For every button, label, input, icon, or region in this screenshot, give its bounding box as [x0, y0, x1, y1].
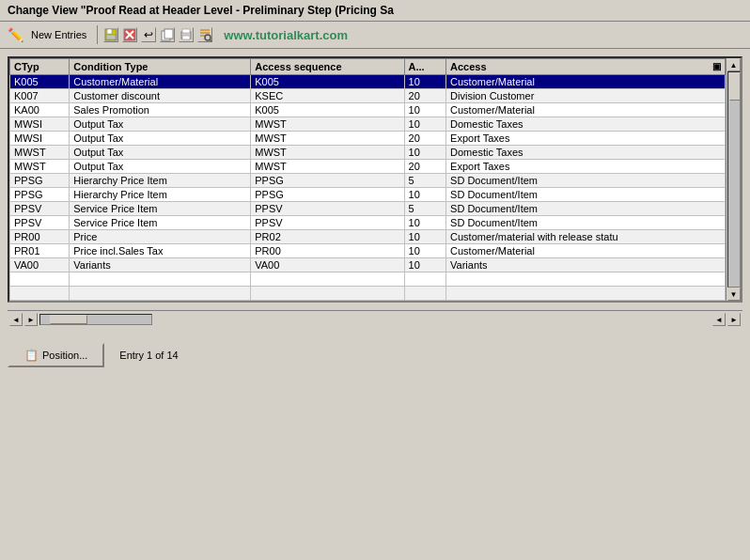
cell-empty [446, 272, 726, 287]
h-scroll-left: ◄ ► [9, 313, 152, 326]
table-row[interactable]: PPSVService Price ItemPPSV5SD Document/I… [10, 202, 726, 216]
cell-a: 10 [404, 216, 446, 230]
table-row[interactable]: PR00PricePR0210Customer/material with re… [10, 230, 726, 244]
table-row[interactable]: K005Customer/MaterialK00510Customer/Mate… [10, 75, 726, 89]
cell-access: Customer/Material [446, 244, 726, 258]
edit-icon: ✏️ [8, 27, 23, 42]
cell-a: 20 [404, 132, 446, 146]
cell-access-sequence: PPSV [251, 216, 404, 230]
h-scroll-thumb[interactable] [50, 315, 87, 324]
new-entries-label: New Entries [31, 29, 86, 40]
table-row[interactable]: MWSTOutput TaxMWST20Export Taxes [10, 160, 726, 174]
vertical-scrollbar[interactable]: ▲ ▼ [726, 58, 741, 301]
cell-condition-type: Output Tax [70, 132, 251, 146]
cell-access: SD Document/Item [446, 202, 726, 216]
table-row[interactable]: PR01Price incl.Sales TaxPR0010Customer/M… [10, 244, 726, 258]
table-row-empty[interactable] [10, 272, 726, 287]
cell-ctyp: MWSI [10, 132, 70, 146]
col-header-access: Access ▣ [446, 59, 726, 75]
find-icon[interactable] [197, 27, 212, 42]
cell-a: 5 [404, 202, 446, 216]
cell-empty [70, 272, 251, 287]
cell-access-sequence: K005 [251, 103, 404, 117]
cell-ctyp: PPSV [10, 216, 70, 230]
col-header-condition: Condition Type [70, 59, 251, 75]
cell-ctyp: MWST [10, 160, 70, 174]
cell-access-sequence: MWST [251, 146, 404, 160]
cell-access: Domestic Taxes [446, 146, 726, 160]
scroll-up-button[interactable]: ▲ [727, 58, 741, 71]
cell-ctyp: PR00 [10, 230, 70, 244]
cell-access: Export Taxes [446, 132, 726, 146]
cell-condition-type: Hierarchy Price Item [70, 174, 251, 188]
cell-condition-type: Price incl.Sales Tax [70, 244, 251, 258]
cell-a: 10 [404, 146, 446, 160]
cell-ctyp: KA00 [10, 103, 70, 117]
scroll-right-end-button-1[interactable]: ◄ [712, 313, 726, 326]
cell-a: 10 [404, 117, 446, 132]
cell-condition-type: Customer/Material [70, 75, 251, 89]
new-entries-button[interactable]: New Entries [26, 26, 91, 43]
column-resize-icon[interactable]: ▣ [712, 61, 721, 71]
cell-condition-type: Variants [70, 258, 251, 272]
scroll-thumb[interactable] [729, 72, 741, 101]
svg-rect-11 [200, 29, 210, 31]
cell-empty [404, 287, 446, 301]
cell-ctyp: K007 [10, 89, 70, 103]
svg-rect-7 [164, 29, 173, 39]
scroll-right-button[interactable]: ► [24, 313, 38, 326]
cell-access: SD Document/Item [446, 174, 726, 188]
cell-ctyp: MWSI [10, 117, 70, 132]
cell-a: 5 [404, 174, 446, 188]
entry-info: Entry 1 of 14 [119, 350, 178, 361]
table-row[interactable]: PPSGHierarchy Price ItemPPSG10SD Documen… [10, 188, 726, 202]
scroll-track[interactable] [727, 71, 741, 288]
cell-access-sequence: VA00 [251, 258, 404, 272]
table-row-empty[interactable] [10, 287, 726, 301]
table-scroll[interactable]: CTyp Condition Type Access sequence A...… [9, 58, 741, 301]
table-row[interactable]: MWSTOutput TaxMWST10Domestic Taxes [10, 146, 726, 160]
table-body: K005Customer/MaterialK00510Customer/Mate… [10, 75, 726, 301]
table-row[interactable]: VA00VariantsVA0010Variants [10, 258, 726, 272]
undo-icon[interactable]: ↩ [141, 27, 156, 42]
scroll-right-end-button-2[interactable]: ► [727, 313, 741, 326]
table-row[interactable]: K007Customer discountKSEC20Division Cust… [10, 89, 726, 103]
cell-a: 20 [404, 160, 446, 174]
print-icon[interactable] [179, 27, 194, 42]
cell-condition-type: Service Price Item [70, 216, 251, 230]
table-row[interactable]: PPSVService Price ItemPPSV10SD Document/… [10, 216, 726, 230]
delete-icon[interactable] [122, 27, 137, 42]
copy-icon[interactable] [160, 27, 175, 42]
cell-access-sequence: PPSG [251, 174, 404, 188]
cell-empty [251, 287, 404, 301]
h-scroll-track[interactable] [39, 314, 152, 325]
scroll-left-button[interactable]: ◄ [9, 313, 23, 326]
table-row[interactable]: KA00Sales PromotionK00510Customer/Materi… [10, 103, 726, 117]
content-area: CTyp Condition Type Access sequence A...… [0, 49, 750, 335]
cell-condition-type: Service Price Item [70, 202, 251, 216]
cell-access: SD Document/Item [446, 188, 726, 202]
svg-rect-9 [182, 29, 190, 33]
cell-condition-type: Output Tax [70, 160, 251, 174]
title-text: Change View "Proof Read at Header Level … [8, 4, 394, 17]
cell-access-sequence: PPSV [251, 202, 404, 216]
cell-access: Customer/material with release statu [446, 230, 726, 244]
table-row[interactable]: MWSIOutput TaxMWST10Domestic Taxes [10, 117, 726, 132]
scroll-down-button[interactable]: ▼ [727, 288, 741, 301]
cell-access: Domestic Taxes [446, 117, 726, 132]
table-row[interactable]: MWSIOutput TaxMWST20Export Taxes [10, 132, 726, 146]
cell-access-sequence: MWST [251, 132, 404, 146]
table-row[interactable]: PPSGHierarchy Price ItemPPSG5SD Document… [10, 174, 726, 188]
svg-rect-12 [200, 32, 210, 34]
watermark: www.tutorialkart.com [224, 28, 348, 42]
save-icon[interactable] [103, 27, 118, 42]
title-bar: Change View "Proof Read at Header Level … [0, 0, 750, 22]
cell-empty [446, 287, 726, 301]
cell-a: 10 [404, 188, 446, 202]
cell-a: 10 [404, 244, 446, 258]
horizontal-scrollbar-area: ◄ ► ◄ ► [8, 310, 742, 328]
position-icon: 📋 [24, 349, 39, 362]
cell-ctyp: PPSG [10, 174, 70, 188]
position-button[interactable]: 📋 Position... [8, 343, 104, 367]
cell-access-sequence: PR00 [251, 244, 404, 258]
